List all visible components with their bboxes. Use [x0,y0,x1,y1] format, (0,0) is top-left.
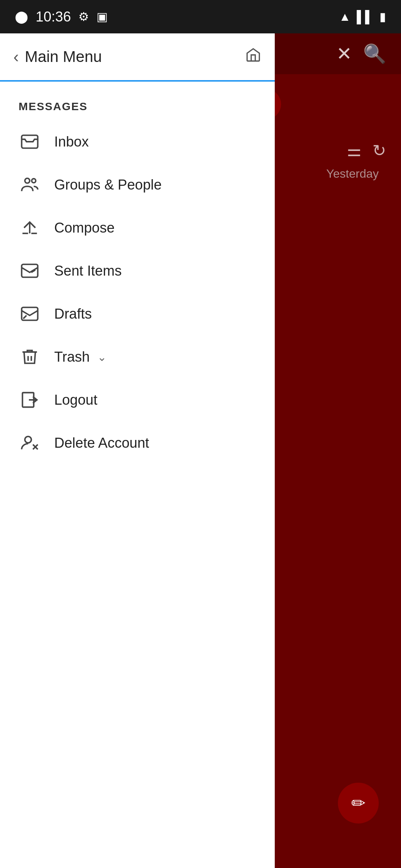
camera-icon: ⬤ [15,10,28,24]
groups-people-label: Groups & People [54,177,162,193]
yesterday-label: Yesterday [326,167,379,181]
close-icon: ✕ [336,43,352,65]
home-icon[interactable] [245,47,261,67]
sidebar-item-sent-items[interactable]: Sent Items [0,249,275,292]
delete-account-label: Delete Account [54,435,149,451]
svg-line-5 [23,315,27,319]
sent-icon [19,260,41,282]
filter-area: ⚌ ↻ [347,141,386,160]
sidebar-item-logout[interactable]: Logout [0,378,275,421]
drawer-body: MESSAGES Inbox Groups & People [0,82,275,868]
groups-icon [19,174,41,196]
svg-point-2 [32,179,36,183]
drawer-header-left: ‹ Main Menu [13,47,102,66]
sidebar-item-groups-people[interactable]: Groups & People [0,163,275,206]
sidebar-item-inbox[interactable]: Inbox [0,120,275,163]
sidebar-item-drafts[interactable]: Drafts [0,292,275,335]
battery-icon: ▮ [379,10,386,24]
navigation-drawer: ‹ Main Menu MESSAGES Inbox [0,33,275,868]
inbox-label: Inbox [54,134,89,150]
sidebar-item-trash[interactable]: Trash ⌄ [0,335,275,378]
settings-icon: ⚙ [78,10,89,24]
inbox-icon [19,131,41,153]
status-bar: ⬤ 10:36 ⚙ ▣ ▲ ▌▌ ▮ [0,0,401,33]
logout-label: Logout [54,392,97,408]
compose-label: Compose [54,220,115,236]
logout-icon [19,389,41,411]
drawer-title: Main Menu [25,48,102,66]
filter-icon: ⚌ [347,141,361,160]
status-bar-left: ⬤ 10:36 ⚙ ▣ [15,9,108,25]
trash-row: Trash ⌄ [54,349,107,365]
fab-compose-button[interactable]: ✏ [338,783,379,823]
compose-icon [19,217,41,239]
sidebar-item-delete-account[interactable]: Delete Account [0,421,275,464]
messages-section-label: MESSAGES [0,93,275,116]
svg-point-1 [25,178,30,183]
sim-icon: ▣ [97,10,108,24]
status-time: 10:36 [36,9,71,25]
signal-icon: ▌▌ [357,10,374,24]
wifi-icon: ▲ [339,10,351,24]
drawer-header: ‹ Main Menu [0,33,275,82]
status-bar-right: ▲ ▌▌ ▮ [339,10,386,24]
sidebar-item-compose[interactable]: Compose [0,206,275,249]
chevron-down-icon: ⌄ [97,351,107,364]
back-icon[interactable]: ‹ [13,47,19,66]
drafts-label: Drafts [54,306,92,322]
trash-icon [19,346,41,368]
fab-compose-icon: ✏ [351,793,366,813]
svg-point-8 [25,437,31,443]
drafts-icon [19,303,41,325]
sent-items-label: Sent Items [54,263,122,279]
delete-account-icon [19,432,41,454]
refresh-icon: ↻ [372,141,386,160]
trash-label: Trash [54,349,90,365]
search-icon: 🔍 [363,43,386,65]
